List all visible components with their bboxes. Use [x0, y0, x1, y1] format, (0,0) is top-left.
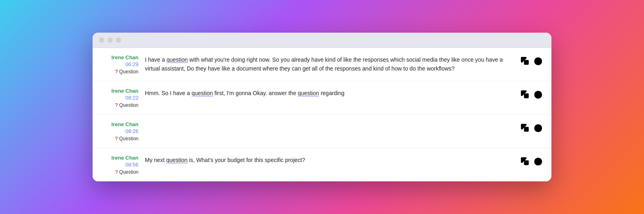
dismiss-button[interactable] — [533, 56, 543, 66]
message-meta: Irene Chan08:26?Question — [101, 121, 145, 141]
timestamp: 08:56 — [101, 162, 138, 168]
message-label: Question — [119, 136, 138, 141]
message-actions — [515, 54, 543, 66]
label-row: ?Question — [101, 136, 138, 141]
message-meta: Irene Chan08:56?Question — [101, 155, 145, 175]
copy-button[interactable] — [520, 123, 530, 133]
speaker-name: Irene Chan — [101, 88, 138, 94]
dismiss-button[interactable] — [533, 156, 543, 167]
svg-rect-2 — [524, 93, 529, 98]
message-label: Question — [119, 169, 138, 175]
dismiss-button[interactable] — [533, 89, 543, 100]
copy-button[interactable] — [520, 156, 530, 167]
copy-button[interactable] — [520, 89, 530, 100]
message-label: Question — [119, 69, 138, 75]
message-actions — [515, 155, 543, 167]
traffic-light-close[interactable] — [99, 37, 104, 43]
copy-icon — [520, 89, 530, 100]
timestamp: 06:29 — [101, 61, 138, 67]
traffic-light-minimize[interactable] — [107, 37, 113, 43]
underlined-word: question — [192, 90, 213, 96]
close-circle-icon — [533, 156, 543, 167]
timestamp: 08:22 — [101, 95, 138, 101]
label-row: ?Question — [101, 102, 138, 108]
close-circle-icon — [533, 123, 543, 133]
message-text: My next question is, What's your budget … — [145, 155, 515, 164]
label-row: ?Question — [101, 69, 138, 75]
speaker-name: Irene Chan — [101, 121, 138, 127]
message-actions — [515, 121, 543, 133]
copy-icon — [520, 56, 530, 66]
copy-icon — [520, 123, 530, 133]
message-text: I have a question with what you're doing… — [145, 54, 515, 73]
underlined-word: question — [298, 90, 319, 96]
message-row: Irene Chan08:22?QuestionHmm. So I have a… — [93, 81, 551, 115]
main-window: Irene Chan06:29?QuestionI have a questio… — [93, 33, 551, 181]
timestamp: 08:26 — [101, 128, 138, 134]
titlebar — [93, 33, 551, 48]
speaker-name: Irene Chan — [101, 54, 138, 60]
label-row: ?Question — [101, 169, 138, 175]
question-mark-icon: ? — [115, 136, 118, 141]
question-mark-icon: ? — [115, 69, 118, 75]
dismiss-button[interactable] — [533, 123, 543, 133]
svg-rect-6 — [524, 160, 529, 165]
copy-button[interactable] — [520, 56, 530, 66]
svg-point-7 — [534, 158, 542, 166]
message-actions — [515, 88, 543, 100]
close-circle-icon — [533, 89, 543, 100]
close-circle-icon — [533, 56, 543, 66]
message-meta: Irene Chan08:22?Question — [101, 88, 145, 108]
message-text — [145, 121, 515, 122]
svg-point-1 — [534, 57, 542, 65]
message-meta: Irene Chan06:29?Question — [101, 54, 145, 75]
underlined-word: question — [166, 157, 188, 163]
question-mark-icon: ? — [115, 102, 118, 108]
copy-icon — [520, 156, 530, 167]
underlined-word: question — [167, 56, 188, 63]
speaker-name: Irene Chan — [101, 155, 138, 161]
message-row: Irene Chan08:26?Question — [93, 115, 551, 148]
message-row: Irene Chan08:56?QuestionMy next question… — [93, 148, 551, 181]
message-text: Hmm. So I have a question first, I'm gon… — [145, 88, 515, 98]
transcript-content: Irene Chan06:29?QuestionI have a questio… — [93, 48, 551, 181]
message-label: Question — [119, 102, 138, 108]
svg-rect-0 — [524, 60, 529, 65]
traffic-light-maximize[interactable] — [116, 37, 121, 43]
svg-point-5 — [534, 124, 542, 132]
svg-point-3 — [534, 91, 542, 99]
svg-rect-4 — [524, 127, 529, 132]
message-row: Irene Chan06:29?QuestionI have a questio… — [93, 48, 551, 81]
question-mark-icon: ? — [115, 169, 118, 175]
